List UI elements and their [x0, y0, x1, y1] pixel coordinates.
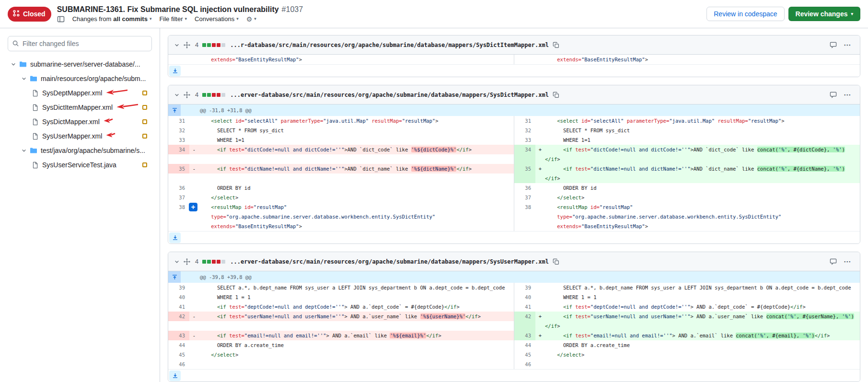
changes-from-dropdown[interactable]: Changes from all commits ▾: [72, 15, 152, 23]
copy-path-button[interactable]: [553, 258, 559, 265]
drag-handle-icon[interactable]: [184, 42, 190, 48]
review-changes-button[interactable]: Review changes ▾: [788, 7, 860, 21]
line-number[interactable]: 36: [168, 183, 189, 193]
tree-file-item[interactable]: SysDictItemMapper.xml: [0, 100, 160, 115]
conversations-dropdown[interactable]: Conversations ▾: [195, 15, 239, 23]
file-path[interactable]: ...erver-database/src/main/resources/org…: [230, 258, 549, 265]
line-number[interactable]: 40: [514, 292, 535, 302]
line-number[interactable]: 42: [168, 312, 189, 321]
tree-file-item[interactable]: SysUserServiceTest.java: [0, 158, 160, 172]
copy-path-button[interactable]: [553, 42, 559, 48]
line-number[interactable]: 31: [168, 116, 189, 126]
diff-marker: [535, 202, 545, 212]
tree-file-item[interactable]: SysUserMapper.xml: [0, 129, 160, 143]
line-number[interactable]: 39: [514, 283, 535, 292]
line-number[interactable]: 41: [168, 302, 189, 312]
diff-marker: [535, 292, 545, 302]
add-comment-button[interactable]: +: [189, 203, 197, 211]
word-diff-highlight: '%${userName}%': [420, 313, 466, 319]
changes-from-prefix: Changes from: [72, 15, 112, 23]
line-number[interactable]: 35: [514, 164, 535, 174]
line-number[interactable]: 45: [514, 350, 535, 359]
sidebar-toggle-button[interactable]: [57, 15, 65, 23]
tree-file-item[interactable]: SysDictMapper.xml: [0, 115, 160, 129]
expand-down-button[interactable]: [169, 66, 181, 76]
file-filter-dropdown[interactable]: File filter ▾: [159, 15, 187, 23]
collapse-file-button[interactable]: [174, 42, 180, 48]
expand-up-button[interactable]: [168, 271, 181, 283]
line-number[interactable]: 43: [168, 331, 189, 340]
file-modified-status-icon: [142, 162, 147, 167]
diff-new-half: 42+ <if test="userName!=null and userNam…: [514, 312, 860, 321]
line-number[interactable]: 38+: [168, 202, 189, 212]
line-number[interactable]: 42: [514, 312, 535, 321]
line-number[interactable]: 46: [168, 359, 189, 369]
drag-handle-icon[interactable]: [184, 258, 190, 265]
diff-marker: [189, 321, 199, 331]
folder-icon: [30, 75, 37, 82]
collapse-file-button[interactable]: [174, 92, 180, 98]
code-line: </select>: [199, 350, 514, 359]
diff-old-half: 40 WHERE 1 = 1: [168, 292, 514, 302]
tree-folder-item[interactable]: submarine-server/server-database/...: [0, 57, 160, 71]
line-number[interactable]: 36: [514, 183, 535, 193]
diff-marker: [189, 126, 199, 135]
file-options-kebab-button[interactable]: ⋯: [841, 90, 854, 100]
file-path[interactable]: ...erver-database/src/main/resources/org…: [230, 92, 549, 98]
diff-marker: [189, 135, 199, 145]
line-number[interactable]: 40: [168, 292, 189, 302]
line-number[interactable]: 33: [514, 135, 535, 145]
line-number[interactable]: 37: [168, 193, 189, 202]
line-number[interactable]: 31: [514, 116, 535, 126]
file-comment-button[interactable]: [830, 258, 837, 265]
line-number[interactable]: 45: [168, 350, 189, 359]
tree-folder-item[interactable]: test/java/org/apache/submarine/s...: [0, 143, 160, 158]
copy-path-button[interactable]: [553, 92, 559, 98]
review-in-codespace-button[interactable]: Review in codespace: [706, 7, 784, 21]
line-number[interactable]: 32: [168, 126, 189, 135]
drag-handle-icon[interactable]: [184, 92, 190, 98]
line-number[interactable]: 33: [168, 135, 189, 145]
diffstat-square-add: [202, 260, 206, 264]
diff-marker: [189, 212, 199, 221]
line-number[interactable]: 34: [514, 145, 535, 154]
line-number[interactable]: 35: [168, 164, 189, 174]
diffstat-squares: [202, 260, 225, 264]
diff-settings-dropdown[interactable]: ⚙ ▾: [246, 15, 256, 23]
file-path[interactable]: ...r-database/src/main/resources/org/apa…: [230, 42, 549, 48]
file-options-kebab-button[interactable]: ⋯: [841, 257, 854, 266]
diff-row: 32 SELECT * FROM sys_dict32 SELECT * FRO…: [168, 126, 860, 135]
line-number[interactable]: 46: [514, 359, 535, 369]
line-number[interactable]: 32: [514, 126, 535, 135]
diff-old-half: 32 SELECT * FROM sys_dict: [168, 126, 514, 135]
file-comment-button[interactable]: [830, 41, 837, 48]
tree-file-item[interactable]: SysDeptMapper.xml: [0, 86, 160, 100]
line-number[interactable]: 44: [168, 340, 189, 350]
expand-down-button[interactable]: [169, 370, 181, 381]
code-line: </select>: [199, 193, 514, 202]
line-number[interactable]: 41: [514, 302, 535, 312]
collapse-file-button[interactable]: [174, 259, 180, 265]
code-line: <if test="email!=null and email!=''"> AN…: [545, 331, 860, 340]
tree-item-label: main/resources/org/apache/subm...: [41, 75, 146, 82]
tree-item-label: SysDeptMapper.xml: [42, 89, 102, 97]
line-number[interactable]: 34: [168, 145, 189, 154]
expand-down-button[interactable]: [169, 232, 181, 243]
tree-folder-item[interactable]: main/resources/org/apache/subm...: [0, 71, 160, 86]
line-number[interactable]: 37: [514, 193, 535, 202]
line-number: [168, 174, 189, 183]
line-number[interactable]: 39: [168, 283, 189, 292]
diff-row: 42- <if test="userName!=null and userNam…: [168, 312, 860, 321]
diff-row: </if>: [168, 174, 860, 183]
line-number[interactable]: 38: [514, 202, 535, 212]
file-filter-input[interactable]: [8, 36, 152, 51]
file-comment-button[interactable]: [830, 91, 837, 98]
diffstat-square-del: [217, 93, 220, 97]
diffstat-square-del: [217, 43, 220, 47]
line-number[interactable]: 43: [514, 331, 535, 340]
file-options-kebab-button[interactable]: ⋯: [841, 40, 854, 50]
diff-marker: -: [189, 312, 199, 321]
expand-up-button[interactable]: [168, 104, 181, 116]
diff-marker: +: [535, 312, 545, 321]
line-number[interactable]: 44: [514, 340, 535, 350]
